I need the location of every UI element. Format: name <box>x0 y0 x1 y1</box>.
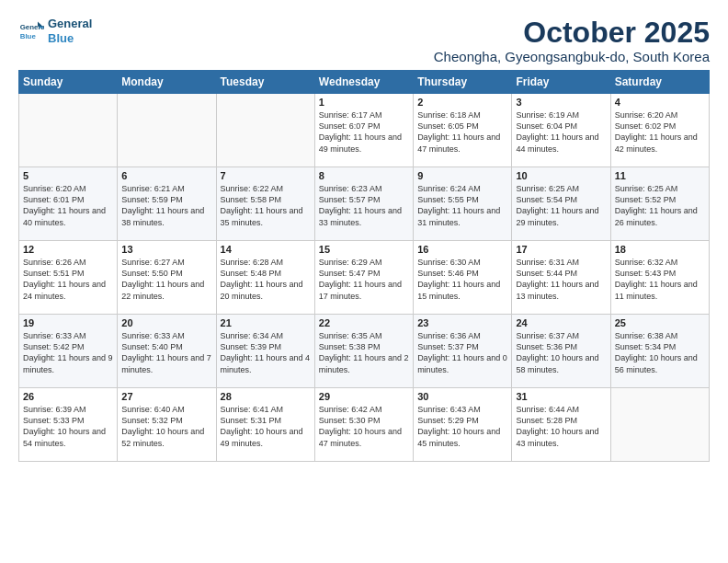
table-row: 5Sunrise: 6:20 AM Sunset: 6:01 PM Daylig… <box>19 167 118 241</box>
table-row: 14Sunrise: 6:28 AM Sunset: 5:48 PM Dayli… <box>216 241 314 315</box>
day-info: Sunrise: 6:32 AM Sunset: 5:43 PM Dayligh… <box>615 257 705 302</box>
day-number: 25 <box>615 317 705 328</box>
table-row: 3Sunrise: 6:19 AM Sunset: 6:04 PM Daylig… <box>512 94 610 167</box>
day-info: Sunrise: 6:22 AM Sunset: 5:58 PM Dayligh… <box>221 183 311 228</box>
calendar: Sunday Monday Tuesday Wednesday Thursday… <box>18 70 710 462</box>
day-info: Sunrise: 6:43 AM Sunset: 5:29 PM Dayligh… <box>417 404 507 449</box>
calendar-week-row: 1Sunrise: 6:17 AM Sunset: 6:07 PM Daylig… <box>19 94 710 167</box>
table-row: 9Sunrise: 6:24 AM Sunset: 5:55 PM Daylig… <box>414 167 512 241</box>
day-number: 3 <box>516 97 606 108</box>
table-row: 11Sunrise: 6:25 AM Sunset: 5:52 PM Dayli… <box>610 167 709 241</box>
day-info: Sunrise: 6:28 AM Sunset: 5:48 PM Dayligh… <box>221 257 311 302</box>
day-info: Sunrise: 6:27 AM Sunset: 5:50 PM Dayligh… <box>121 257 211 302</box>
table-row: 31Sunrise: 6:44 AM Sunset: 5:28 PM Dayli… <box>512 388 610 462</box>
day-number: 30 <box>417 391 507 402</box>
col-sunday: Sunday <box>19 71 118 94</box>
day-info: Sunrise: 6:42 AM Sunset: 5:30 PM Dayligh… <box>319 404 409 449</box>
table-row: 6Sunrise: 6:21 AM Sunset: 5:59 PM Daylig… <box>118 167 216 241</box>
day-info: Sunrise: 6:31 AM Sunset: 5:44 PM Dayligh… <box>516 257 606 302</box>
table-row: 10Sunrise: 6:25 AM Sunset: 5:54 PM Dayli… <box>512 167 610 241</box>
col-wednesday: Wednesday <box>314 71 413 94</box>
logo: General Blue General Blue <box>18 17 92 45</box>
day-info: Sunrise: 6:34 AM Sunset: 5:39 PM Dayligh… <box>221 330 311 375</box>
day-number: 18 <box>615 244 705 255</box>
logo-text-blue: Blue <box>48 31 92 46</box>
day-number: 5 <box>23 170 113 181</box>
day-info: Sunrise: 6:30 AM Sunset: 5:46 PM Dayligh… <box>417 257 507 302</box>
day-info: Sunrise: 6:20 AM Sunset: 6:01 PM Dayligh… <box>23 183 113 228</box>
day-info: Sunrise: 6:38 AM Sunset: 5:34 PM Dayligh… <box>615 330 705 375</box>
day-number: 17 <box>516 244 606 255</box>
day-info: Sunrise: 6:24 AM Sunset: 5:55 PM Dayligh… <box>417 183 507 228</box>
day-number: 2 <box>417 97 507 108</box>
day-info: Sunrise: 6:29 AM Sunset: 5:47 PM Dayligh… <box>319 257 409 302</box>
table-row: 7Sunrise: 6:22 AM Sunset: 5:58 PM Daylig… <box>216 167 314 241</box>
day-number: 21 <box>221 317 311 328</box>
day-number: 6 <box>121 170 211 181</box>
table-row <box>610 388 709 462</box>
table-row: 8Sunrise: 6:23 AM Sunset: 5:57 PM Daylig… <box>314 167 413 241</box>
day-number: 13 <box>121 244 211 255</box>
day-number: 4 <box>615 97 705 108</box>
day-info: Sunrise: 6:40 AM Sunset: 5:32 PM Dayligh… <box>121 404 211 449</box>
day-number: 19 <box>23 317 113 328</box>
day-number: 23 <box>417 317 507 328</box>
day-info: Sunrise: 6:25 AM Sunset: 5:54 PM Dayligh… <box>516 183 606 228</box>
day-info: Sunrise: 6:21 AM Sunset: 5:59 PM Dayligh… <box>121 183 211 228</box>
table-row: 17Sunrise: 6:31 AM Sunset: 5:44 PM Dayli… <box>512 241 610 315</box>
col-thursday: Thursday <box>414 71 512 94</box>
day-number: 28 <box>221 391 311 402</box>
day-number: 29 <box>319 391 409 402</box>
day-info: Sunrise: 6:37 AM Sunset: 5:36 PM Dayligh… <box>516 330 606 375</box>
day-info: Sunrise: 6:35 AM Sunset: 5:38 PM Dayligh… <box>319 330 409 375</box>
day-number: 24 <box>516 317 606 328</box>
day-number: 12 <box>23 244 113 255</box>
table-row: 18Sunrise: 6:32 AM Sunset: 5:43 PM Dayli… <box>610 241 709 315</box>
day-number: 9 <box>417 170 507 181</box>
day-number: 20 <box>121 317 211 328</box>
table-row: 21Sunrise: 6:34 AM Sunset: 5:39 PM Dayli… <box>216 315 314 388</box>
table-row: 15Sunrise: 6:29 AM Sunset: 5:47 PM Dayli… <box>314 241 413 315</box>
table-row: 28Sunrise: 6:41 AM Sunset: 5:31 PM Dayli… <box>216 388 314 462</box>
calendar-week-row: 26Sunrise: 6:39 AM Sunset: 5:33 PM Dayli… <box>19 388 710 462</box>
table-row: 25Sunrise: 6:38 AM Sunset: 5:34 PM Dayli… <box>610 315 709 388</box>
day-info: Sunrise: 6:44 AM Sunset: 5:28 PM Dayligh… <box>516 404 606 449</box>
day-number: 26 <box>23 391 113 402</box>
col-saturday: Saturday <box>610 71 709 94</box>
day-number: 31 <box>516 391 606 402</box>
title-block: October 2025 Cheongha, Gyeongsangbuk-do,… <box>434 17 710 64</box>
day-info: Sunrise: 6:25 AM Sunset: 5:52 PM Dayligh… <box>615 183 705 228</box>
day-number: 8 <box>319 170 409 181</box>
table-row: 4Sunrise: 6:20 AM Sunset: 6:02 PM Daylig… <box>610 94 709 167</box>
day-number: 11 <box>615 170 705 181</box>
table-row: 27Sunrise: 6:40 AM Sunset: 5:32 PM Dayli… <box>118 388 216 462</box>
day-info: Sunrise: 6:17 AM Sunset: 6:07 PM Dayligh… <box>319 109 409 155</box>
col-monday: Monday <box>118 71 216 94</box>
day-info: Sunrise: 6:41 AM Sunset: 5:31 PM Dayligh… <box>221 404 311 449</box>
table-row: 30Sunrise: 6:43 AM Sunset: 5:29 PM Dayli… <box>414 388 512 462</box>
table-row: 19Sunrise: 6:33 AM Sunset: 5:42 PM Dayli… <box>19 315 118 388</box>
day-number: 7 <box>221 170 311 181</box>
table-row: 24Sunrise: 6:37 AM Sunset: 5:36 PM Dayli… <box>512 315 610 388</box>
day-number: 16 <box>417 244 507 255</box>
day-number: 14 <box>221 244 311 255</box>
calendar-header-row: Sunday Monday Tuesday Wednesday Thursday… <box>19 71 710 94</box>
table-row: 26Sunrise: 6:39 AM Sunset: 5:33 PM Dayli… <box>19 388 118 462</box>
logo-text-general: General <box>48 17 92 31</box>
table-row: 12Sunrise: 6:26 AM Sunset: 5:51 PM Dayli… <box>19 241 118 315</box>
table-row: 13Sunrise: 6:27 AM Sunset: 5:50 PM Dayli… <box>118 241 216 315</box>
day-number: 15 <box>319 244 409 255</box>
day-info: Sunrise: 6:19 AM Sunset: 6:04 PM Dayligh… <box>516 109 606 155</box>
table-row: 22Sunrise: 6:35 AM Sunset: 5:38 PM Dayli… <box>314 315 413 388</box>
day-info: Sunrise: 6:39 AM Sunset: 5:33 PM Dayligh… <box>23 404 113 449</box>
day-number: 27 <box>121 391 211 402</box>
table-row: 29Sunrise: 6:42 AM Sunset: 5:30 PM Dayli… <box>314 388 413 462</box>
calendar-week-row: 12Sunrise: 6:26 AM Sunset: 5:51 PM Dayli… <box>19 241 710 315</box>
day-info: Sunrise: 6:33 AM Sunset: 5:40 PM Dayligh… <box>121 330 211 375</box>
day-info: Sunrise: 6:33 AM Sunset: 5:42 PM Dayligh… <box>23 330 113 375</box>
table-row <box>19 94 118 167</box>
header: General Blue General Blue October 2025 C… <box>18 17 710 64</box>
day-number: 22 <box>319 317 409 328</box>
location: Cheongha, Gyeongsangbuk-do, South Korea <box>434 49 710 64</box>
day-info: Sunrise: 6:20 AM Sunset: 6:02 PM Dayligh… <box>615 109 705 155</box>
